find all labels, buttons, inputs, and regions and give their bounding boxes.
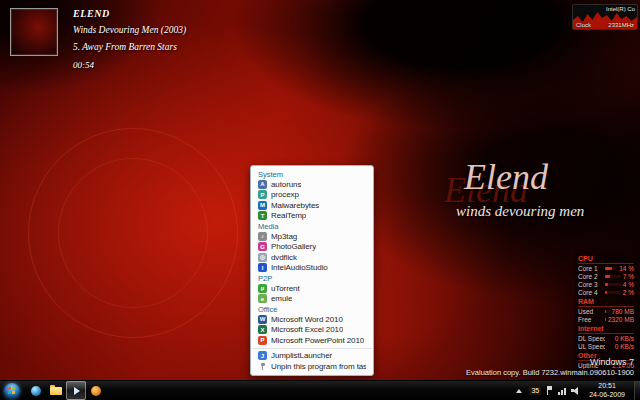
monitor-row-core2: Core 2 7 %	[578, 272, 634, 280]
taskbar-icon-media-player[interactable]	[86, 381, 106, 400]
monitor-row-core3: Core 3 4 %	[578, 280, 634, 288]
show-hidden-icons-button[interactable]	[514, 381, 524, 400]
monitor-other-header: Other	[578, 352, 634, 361]
cpu-model-label: Intel(R) Co	[606, 6, 635, 12]
taskbar-icon-jumplist-launcher[interactable]	[66, 381, 86, 400]
jumplist-item-realtemp[interactable]: T RealTemp	[251, 211, 373, 222]
dl-speed-label: DL Speed	[578, 335, 605, 342]
desktop-subtitle: winds devouring men	[456, 203, 584, 220]
artist-name: ELEND	[73, 8, 186, 19]
action-center-icon[interactable]	[546, 386, 553, 395]
core3-label: Core 3	[578, 281, 605, 288]
browser-icon	[31, 386, 41, 396]
jumplist-section-media: Media	[251, 221, 373, 231]
jumplist-item-label: IntelAudioStudio	[271, 263, 328, 272]
jumplist-separator	[252, 348, 372, 349]
jumplistlauncher-icon: J	[258, 351, 267, 360]
procexp-icon: P	[258, 190, 267, 199]
jumplist-section-p2p: P2P	[251, 273, 373, 283]
taskbar-icon-explorer[interactable]	[46, 381, 66, 400]
jumplist-item-procexp[interactable]: P procexp	[251, 190, 373, 201]
core1-value: 14 %	[619, 265, 634, 272]
jumplist-item-label: procexp	[271, 190, 299, 199]
mp3tag-icon: ♪	[258, 232, 267, 241]
autoruns-icon: A	[258, 180, 267, 189]
volume-icon[interactable]	[571, 386, 580, 395]
jumplist-item-malwarebytes[interactable]: M Malwarebytes	[251, 200, 373, 211]
unpin-icon	[258, 362, 267, 371]
folder-icon	[50, 387, 62, 395]
jumplist-section-system: System	[251, 169, 373, 179]
taskbar-icon-browser[interactable]	[26, 381, 46, 400]
jumplist-item-intelaudiostudio[interactable]: I IntelAudioStudio	[251, 263, 373, 274]
network-icon[interactable]	[558, 387, 566, 395]
jumplist-item-label: PhotoGallery	[271, 242, 316, 251]
desktop-title-block: Elend Elend winds devouring men	[438, 156, 638, 226]
jumplist-item-label: Microsoft Word 2010	[271, 315, 343, 324]
monitor-row-ram-free: Free 2320 MB	[578, 315, 634, 323]
desktop-wallpaper: ELEND Winds Devouring Men (2003) 5. Away…	[0, 0, 640, 380]
core2-bar	[605, 275, 621, 278]
track-title: 5. Away From Barren Stars	[73, 42, 186, 52]
windows-logo-icon	[4, 383, 20, 399]
core1-bar	[605, 267, 617, 270]
dvdflick-icon: ◎	[258, 253, 267, 262]
start-button[interactable]	[0, 381, 24, 400]
ram-used-value: 780 MB	[612, 308, 634, 315]
core4-value: 2 %	[623, 289, 634, 296]
jumplist-item-unpin[interactable]: Unpin this program from taskbar	[251, 361, 373, 372]
album-art	[10, 8, 58, 56]
album-title: Winds Devouring Men (2003)	[73, 25, 186, 35]
system-monitor-widget: CPU Core 1 14 % Core 2 7 % Core 3 4 % Co…	[575, 251, 637, 372]
powerpoint-icon: P	[258, 336, 267, 345]
jumplist-item-label: dvdflick	[271, 253, 297, 262]
jumplist-item-label: autoruns	[271, 180, 301, 189]
jumplist-item-autoruns[interactable]: A autoruns	[251, 179, 373, 190]
jumplist-section-office: Office	[251, 304, 373, 314]
jumplist-item-utorrent[interactable]: µ uTorrent	[251, 283, 373, 294]
uptime-value: 2:14:06	[612, 362, 634, 369]
show-desktop-button[interactable]	[634, 381, 640, 400]
core2-label: Core 2	[578, 273, 605, 280]
media-player-icon	[91, 386, 101, 396]
ram-used-bar	[605, 310, 610, 313]
dl-speed-value: 0 KB/s	[615, 335, 634, 342]
ram-free-value: 2320 MB	[608, 316, 634, 323]
core3-value: 4 %	[623, 281, 634, 288]
taskbar-pinned-icons	[26, 381, 106, 400]
coretemp-tray-value[interactable]: 35	[529, 386, 541, 395]
ul-speed-label: UL Speed	[578, 343, 605, 350]
monitor-cpu-header: CPU	[578, 255, 634, 264]
system-tray: 35 20:51 24-06-2009	[514, 381, 640, 400]
elapsed-time: 00:54	[73, 60, 186, 70]
word-icon: W	[258, 315, 267, 324]
jumplist-item-excel[interactable]: X Microsoft Excel 2010	[251, 325, 373, 336]
monitor-internet-header: Internet	[578, 325, 634, 334]
clock-date: 24-06-2009	[589, 391, 625, 400]
clock-time: 20:51	[589, 382, 625, 391]
uptime-label: Uptime	[578, 362, 605, 369]
taskbar-clock[interactable]: 20:51 24-06-2009	[585, 382, 629, 399]
jumplist-item-word[interactable]: W Microsoft Word 2010	[251, 314, 373, 325]
jumplist-item-jumplistlauncher[interactable]: J JumplistLauncher	[251, 351, 373, 362]
monitor-row-uptime: Uptime 2:14:06	[578, 361, 634, 369]
ram-used-label: Used	[578, 308, 605, 315]
jumplist-item-label: Mp3tag	[271, 232, 297, 241]
monitor-row-ram-used: Used 780 MB	[578, 307, 634, 315]
jumplist-item-dvdflick[interactable]: ◎ dvdflick	[251, 252, 373, 263]
now-playing-widget: ELEND Winds Devouring Men (2003) 5. Away…	[10, 8, 186, 70]
taskbar: 35 20:51 24-06-2009	[0, 380, 640, 400]
jumplist-menu: System A autoruns P procexp M Malwarebyt…	[250, 165, 374, 376]
excel-icon: X	[258, 325, 267, 334]
jumplist-item-label: emule	[271, 294, 292, 303]
monitor-row-core4: Core 4 2 %	[578, 288, 634, 296]
jumplist-item-mp3tag[interactable]: ♪ Mp3tag	[251, 231, 373, 242]
jumplist-item-emule[interactable]: e emule	[251, 294, 373, 305]
jumplist-item-label: JumplistLauncher	[271, 351, 332, 360]
emule-icon: e	[258, 294, 267, 303]
core1-label: Core 1	[578, 265, 605, 272]
monitor-row-dl-speed: DL Speed 0 KB/s	[578, 334, 634, 342]
jumplist-item-powerpoint[interactable]: P Microsoft PowerPoint 2010	[251, 335, 373, 346]
jumplist-item-photogallery[interactable]: G PhotoGallery	[251, 242, 373, 253]
wallpaper-ring-ornament-inner	[58, 158, 208, 308]
